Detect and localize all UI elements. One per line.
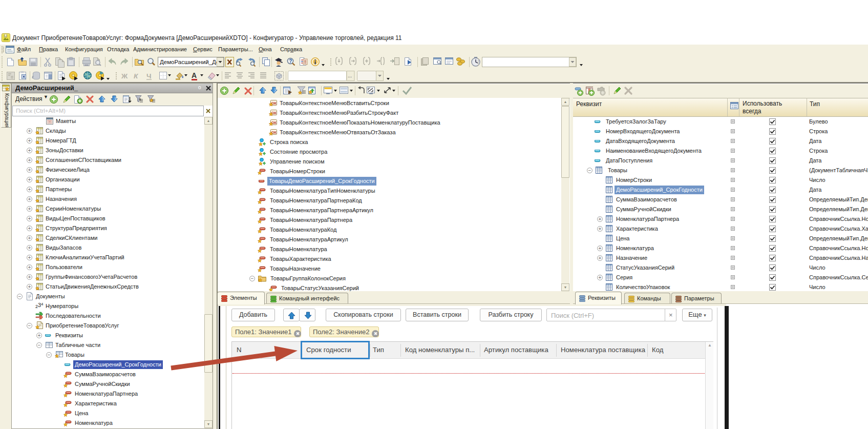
- svg-text:...: ...: [348, 73, 352, 78]
